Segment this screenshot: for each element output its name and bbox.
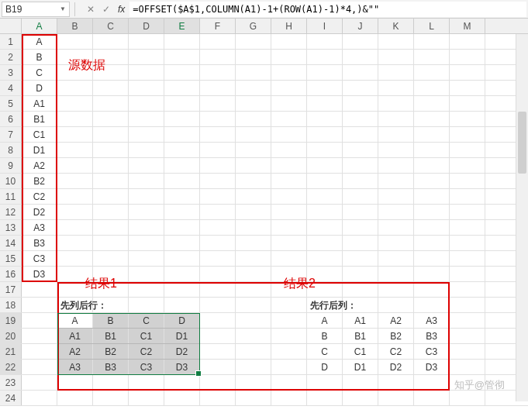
cell-H9[interactable]	[271, 158, 307, 173]
cell-L6[interactable]	[414, 112, 450, 126]
cell-B13[interactable]	[57, 220, 93, 235]
cell-C12[interactable]	[93, 205, 129, 219]
cell-H7[interactable]	[271, 127, 307, 142]
cell-E15[interactable]	[164, 251, 200, 266]
cell-C7[interactable]	[93, 127, 129, 142]
cell-F8[interactable]	[200, 143, 236, 157]
cell-L11[interactable]	[414, 189, 450, 204]
cell-A5[interactable]: A1	[22, 96, 57, 111]
row-header-6[interactable]: 6	[0, 112, 22, 126]
cell-B9[interactable]	[57, 158, 93, 173]
cell-D12[interactable]	[129, 205, 164, 219]
cell-H3[interactable]	[271, 65, 307, 80]
cell-C1[interactable]	[93, 34, 129, 49]
cell-F2[interactable]	[200, 50, 236, 64]
cell-B4[interactable]	[57, 81, 93, 95]
cell-A1[interactable]: A	[22, 34, 57, 49]
cell-L18[interactable]	[414, 298, 450, 312]
cell-F1[interactable]	[200, 34, 236, 49]
cell-G20[interactable]	[236, 329, 271, 343]
cell-D17[interactable]	[129, 282, 164, 297]
cell-D24[interactable]	[129, 391, 164, 405]
row-header-12[interactable]: 12	[0, 205, 22, 219]
cell-L14[interactable]	[414, 236, 450, 250]
cell-J9[interactable]	[343, 158, 378, 173]
cell-C21[interactable]: B2	[93, 344, 129, 359]
cell-A24[interactable]	[22, 391, 57, 405]
cell-C3[interactable]	[93, 65, 129, 80]
cell-M1[interactable]	[450, 34, 485, 49]
cell-B11[interactable]	[57, 189, 93, 204]
cell-H22[interactable]	[271, 360, 307, 374]
row-header-4[interactable]: 4	[0, 81, 22, 95]
cell-B20[interactable]: A1	[57, 329, 93, 343]
cell-D15[interactable]	[129, 251, 164, 266]
row-header-10[interactable]: 10	[0, 174, 22, 188]
cell-H1[interactable]	[271, 34, 307, 49]
cell-K1[interactable]	[378, 34, 414, 49]
cell-B19[interactable]: A	[57, 313, 93, 328]
cell-D9[interactable]	[129, 158, 164, 173]
cell-C15[interactable]	[93, 251, 129, 266]
cell-F20[interactable]	[200, 329, 236, 343]
cell-I9[interactable]	[307, 158, 343, 173]
cell-J19[interactable]: A1	[343, 313, 378, 328]
chevron-down-icon[interactable]: ▼	[60, 5, 66, 12]
cell-H6[interactable]	[271, 112, 307, 126]
cell-B16[interactable]	[57, 267, 93, 281]
cell-G4[interactable]	[236, 81, 271, 95]
row-header-14[interactable]: 14	[0, 236, 22, 250]
cell-A17[interactable]	[22, 282, 57, 297]
cell-I13[interactable]	[307, 220, 343, 235]
cell-C5[interactable]	[93, 96, 129, 111]
cell-E22[interactable]: D3	[164, 360, 200, 374]
cell-M24[interactable]	[450, 391, 485, 405]
cell-I18[interactable]: 先行后列：	[307, 298, 343, 312]
cell-D7[interactable]	[129, 127, 164, 142]
cell-J1[interactable]	[343, 34, 378, 49]
cell-C20[interactable]: B1	[93, 329, 129, 343]
cell-I6[interactable]	[307, 112, 343, 126]
cell-E4[interactable]	[164, 81, 200, 95]
cell-C16[interactable]	[93, 267, 129, 281]
cell-E18[interactable]	[164, 298, 200, 312]
cell-J20[interactable]: B1	[343, 329, 378, 343]
cell-G15[interactable]	[236, 251, 271, 266]
cell-F4[interactable]	[200, 81, 236, 95]
cell-B15[interactable]	[57, 251, 93, 266]
row-header-3[interactable]: 3	[0, 65, 22, 80]
cell-C24[interactable]	[93, 391, 129, 405]
row-header-15[interactable]: 15	[0, 251, 22, 266]
cell-E21[interactable]: D2	[164, 344, 200, 359]
cell-K4[interactable]	[378, 81, 414, 95]
cell-I23[interactable]	[307, 375, 343, 390]
cell-A14[interactable]: B3	[22, 236, 57, 250]
cell-I19[interactable]: A	[307, 313, 343, 328]
cell-E24[interactable]	[164, 391, 200, 405]
vertical-scrollbar[interactable]	[516, 34, 528, 401]
cell-E14[interactable]	[164, 236, 200, 250]
name-box[interactable]: B19 ▼	[2, 2, 70, 17]
cell-H12[interactable]	[271, 205, 307, 219]
cell-F13[interactable]	[200, 220, 236, 235]
confirm-icon[interactable]: ✓	[102, 4, 110, 15]
cell-I15[interactable]	[307, 251, 343, 266]
cell-J4[interactable]	[343, 81, 378, 95]
cell-B24[interactable]	[57, 391, 93, 405]
cell-J23[interactable]	[343, 375, 378, 390]
cell-B8[interactable]	[57, 143, 93, 157]
cell-M11[interactable]	[450, 189, 485, 204]
cell-M13[interactable]	[450, 220, 485, 235]
row-header-13[interactable]: 13	[0, 220, 22, 235]
row-header-19[interactable]: 19	[0, 313, 22, 328]
cell-G7[interactable]	[236, 127, 271, 142]
cell-G18[interactable]	[236, 298, 271, 312]
cell-A11[interactable]: C2	[22, 189, 57, 204]
cell-K14[interactable]	[378, 236, 414, 250]
cell-L22[interactable]: D3	[414, 360, 450, 374]
cell-F19[interactable]	[200, 313, 236, 328]
cell-K21[interactable]: C2	[378, 344, 414, 359]
cell-D19[interactable]: C	[129, 313, 164, 328]
cell-C17[interactable]	[93, 282, 129, 297]
cell-D6[interactable]	[129, 112, 164, 126]
